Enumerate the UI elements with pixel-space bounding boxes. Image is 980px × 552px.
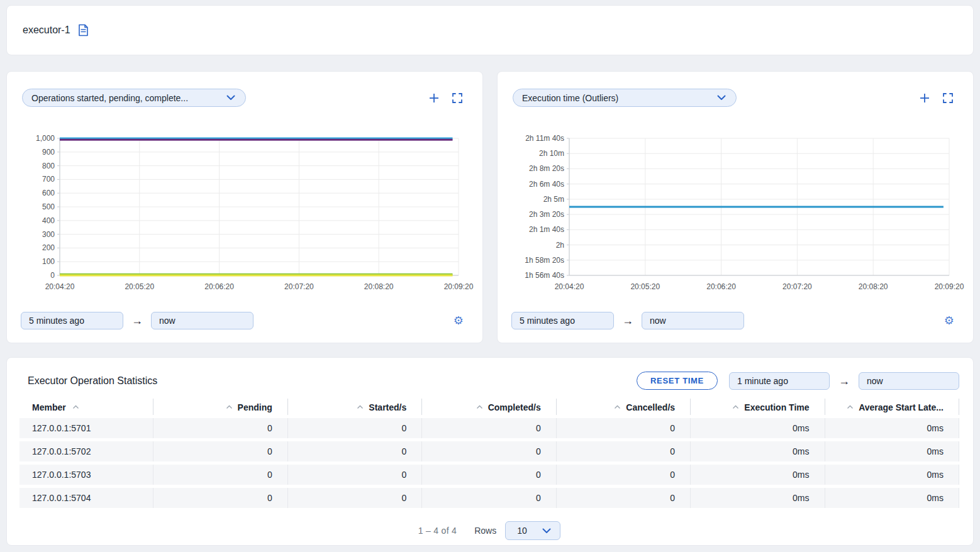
cancelled-cell: 0 (557, 465, 691, 485)
svg-text:200: 200 (42, 243, 55, 252)
rows-per-page-select[interactable]: 10 (505, 521, 560, 540)
pending-cell: 0 (153, 418, 287, 438)
metric-select-value: Execution time (Outliers) (522, 93, 618, 103)
member-cell: 127.0.0.1:5701 (19, 418, 153, 438)
column-header-member[interactable]: Member (19, 399, 153, 415)
column-header-cancelled[interactable]: Cancelled/s (557, 399, 691, 415)
metric-select-execution-time[interactable]: Execution time (Outliers) (513, 89, 737, 107)
execution-time-cell: 0ms (691, 488, 825, 508)
pagination: 1 – 4 of 4 Rows 10 (19, 521, 959, 540)
svg-text:600: 600 (42, 189, 55, 197)
sort-caret-icon (732, 401, 739, 411)
started-cell: 0 (288, 488, 422, 508)
completed-cell: 0 (422, 441, 556, 461)
svg-text:2h 10m: 2h 10m (539, 149, 564, 158)
column-header-started[interactable]: Started/s (288, 399, 422, 415)
time-from-input[interactable] (511, 312, 614, 329)
svg-text:1h 56m 40s: 1h 56m 40s (525, 271, 564, 280)
completed-cell: 0 (422, 465, 556, 485)
table-row[interactable]: 127.0.0.1:5702 0 0 0 0 0ms 0ms (19, 441, 959, 461)
pending-cell: 0 (153, 441, 287, 461)
cancelled-cell: 0 (557, 488, 691, 508)
charts-row: Operations started, pending, complete... (6, 71, 974, 343)
svg-text:2h 8m 20s: 2h 8m 20s (529, 164, 564, 173)
metric-select-value: Operations started, pending, complete... (31, 93, 188, 103)
chevron-down-icon (542, 528, 551, 534)
arrow-right-icon: → (838, 375, 850, 387)
execution-time-cell: 0ms (691, 441, 825, 461)
execution-time-line-chart: 2h 11m 40s2h 10m2h 8m 20s2h 6m 40s2h 5m2… (511, 133, 961, 297)
metric-select-operations[interactable]: Operations started, pending, complete... (22, 89, 246, 107)
time-to-input[interactable] (151, 312, 253, 329)
sort-caret-icon (847, 401, 854, 411)
stats-time-from-input[interactable] (729, 372, 830, 390)
average-start-latency-cell: 0ms (825, 418, 959, 438)
table-row[interactable]: 127.0.0.1:5704 0 0 0 0 0ms 0ms (19, 488, 959, 508)
svg-text:2h 1m 40s: 2h 1m 40s (529, 225, 564, 234)
svg-text:20:05:20: 20:05:20 (125, 282, 154, 291)
table-header-row: Member Pending Started/s Completed/s Can… (19, 399, 959, 415)
execution-time-chart-panel: Execution time (Outliers) (497, 71, 974, 343)
settings-gear-icon[interactable]: ⚙ (454, 315, 465, 326)
fullscreen-icon[interactable] (452, 93, 462, 103)
svg-text:500: 500 (42, 202, 55, 211)
executor-statistics-table: Member Pending Started/s Completed/s Can… (19, 395, 959, 511)
arrow-right-icon: → (622, 315, 633, 326)
settings-gear-icon[interactable]: ⚙ (944, 315, 955, 326)
average-start-latency-cell: 0ms (825, 488, 959, 508)
chevron-down-icon (226, 95, 235, 101)
pending-cell: 0 (153, 465, 287, 485)
statistics-title: Executor Operation Statistics (28, 375, 157, 387)
svg-text:300: 300 (42, 230, 55, 239)
document-icon[interactable] (78, 24, 89, 36)
pending-cell: 0 (153, 488, 287, 508)
rows-per-page-value: 10 (517, 526, 527, 536)
svg-text:100: 100 (42, 257, 55, 266)
average-start-latency-cell: 0ms (825, 465, 959, 485)
column-header-completed[interactable]: Completed/s (422, 399, 556, 415)
sort-caret-icon (226, 401, 233, 411)
cancelled-cell: 0 (557, 418, 691, 438)
add-chart-icon[interactable] (920, 93, 930, 103)
svg-text:20:05:20: 20:05:20 (630, 282, 660, 291)
execution-time-cell: 0ms (691, 465, 825, 485)
svg-text:20:09:20: 20:09:20 (444, 282, 474, 291)
svg-text:20:08:20: 20:08:20 (364, 282, 394, 291)
svg-text:2h 11m 40s: 2h 11m 40s (525, 134, 564, 143)
reset-time-button[interactable]: RESET TIME (637, 372, 718, 390)
member-cell: 127.0.0.1:5703 (19, 465, 153, 485)
fullscreen-icon[interactable] (943, 93, 953, 103)
time-from-input[interactable] (21, 312, 123, 329)
sort-caret-icon (357, 401, 364, 411)
chevron-down-icon (717, 95, 726, 101)
sort-caret-icon (476, 401, 483, 411)
add-chart-icon[interactable] (429, 93, 439, 103)
svg-text:20:04:20: 20:04:20 (45, 282, 75, 291)
svg-text:20:04:20: 20:04:20 (555, 282, 584, 291)
column-header-average-start-latency[interactable]: Average Start Late... (825, 399, 959, 415)
svg-text:1,000: 1,000 (36, 134, 55, 143)
started-cell: 0 (288, 465, 422, 485)
started-cell: 0 (288, 418, 422, 438)
executor-statistics-panel: Executor Operation Statistics RESET TIME… (6, 357, 974, 546)
svg-text:2h: 2h (556, 241, 564, 250)
member-cell: 127.0.0.1:5704 (19, 488, 153, 508)
table-row[interactable]: 127.0.0.1:5703 0 0 0 0 0ms 0ms (19, 465, 959, 485)
time-to-input[interactable] (642, 312, 744, 329)
started-cell: 0 (288, 441, 422, 461)
cancelled-cell: 0 (557, 441, 691, 461)
stats-time-to-input[interactable] (859, 372, 959, 390)
svg-text:2h 3m 20s: 2h 3m 20s (529, 210, 564, 219)
completed-cell: 0 (422, 488, 556, 508)
operations-line-chart: 1,000900800700600500400300200100020:04:2… (21, 133, 470, 297)
average-start-latency-cell: 0ms (825, 441, 959, 461)
column-header-execution-time[interactable]: Execution Time (691, 399, 825, 415)
page-range-label: 1 – 4 of 4 (418, 526, 457, 536)
table-row[interactable]: 127.0.0.1:5701 0 0 0 0 0ms 0ms (19, 418, 959, 438)
column-header-pending[interactable]: Pending (153, 399, 287, 415)
executor-header-card: executor-1 (6, 5, 974, 55)
svg-text:800: 800 (42, 162, 55, 170)
rows-per-page-label: Rows (474, 526, 496, 536)
arrow-right-icon: → (131, 315, 143, 326)
completed-cell: 0 (422, 418, 556, 438)
